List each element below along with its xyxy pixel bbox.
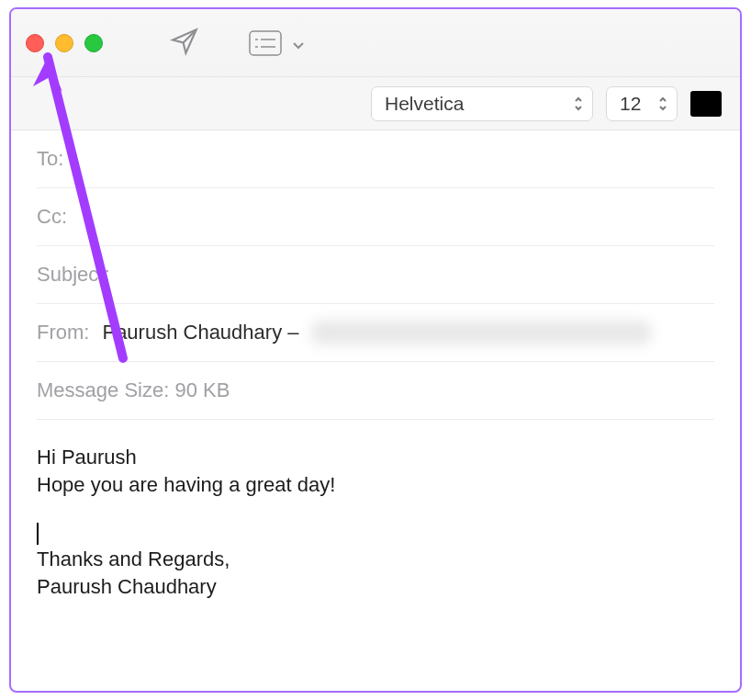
paper-plane-icon [169, 26, 200, 57]
font-family-select[interactable]: Helvetica [371, 86, 593, 121]
header-fields-dropdown[interactable] [241, 26, 312, 61]
font-size-select[interactable]: 12 [606, 86, 678, 121]
cc-row[interactable]: Cc: [37, 188, 714, 246]
subject-label: Subject: [37, 263, 110, 287]
from-name: Paurush Chaudhary – [102, 321, 298, 344]
format-bar: Helvetica 12 [11, 77, 740, 130]
stepper-icon [658, 96, 667, 111]
stepper-icon [574, 96, 583, 111]
font-family-value: Helvetica [385, 93, 464, 115]
to-label: To: [37, 147, 63, 171]
close-window-button[interactable] [26, 34, 44, 52]
traffic-lights [26, 34, 103, 52]
from-email-redacted [311, 321, 651, 344]
message-body[interactable]: Hi Paurush Hope you are having a great d… [11, 420, 740, 624]
body-line-2: Hope you are having a great day! [37, 471, 714, 499]
text-cursor-icon [37, 523, 39, 545]
chevron-down-icon [292, 37, 305, 50]
body-signoff-2: Paurush Chaudhary [37, 573, 714, 601]
send-button[interactable] [169, 26, 200, 61]
font-size-value: 12 [620, 93, 641, 115]
minimize-window-button[interactable] [55, 34, 73, 52]
zoom-window-button[interactable] [84, 34, 103, 52]
body-line-1: Hi Paurush [37, 444, 714, 471]
message-size-label: Message Size: 90 KB [37, 378, 230, 402]
from-row[interactable]: From: Paurush Chaudhary – [37, 304, 714, 362]
toolbar [169, 26, 312, 61]
message-size-row: Message Size: 90 KB [37, 362, 714, 420]
from-label: From: [37, 321, 89, 344]
to-row[interactable]: To: [37, 130, 714, 188]
titlebar [11, 9, 740, 77]
list-box-icon [248, 29, 283, 57]
message-headers: To: Cc: Subject: From: Paurush Chaudhary… [11, 130, 740, 420]
text-color-swatch[interactable] [690, 91, 722, 117]
cc-label: Cc: [37, 205, 67, 229]
body-signoff-1: Thanks and Regards, [37, 546, 714, 573]
subject-row[interactable]: Subject: [37, 246, 714, 304]
svg-rect-1 [250, 31, 281, 55]
compose-window: Helvetica 12 To: Cc: Subject: From: Pa [9, 7, 742, 693]
body-cursor-line [37, 518, 714, 546]
